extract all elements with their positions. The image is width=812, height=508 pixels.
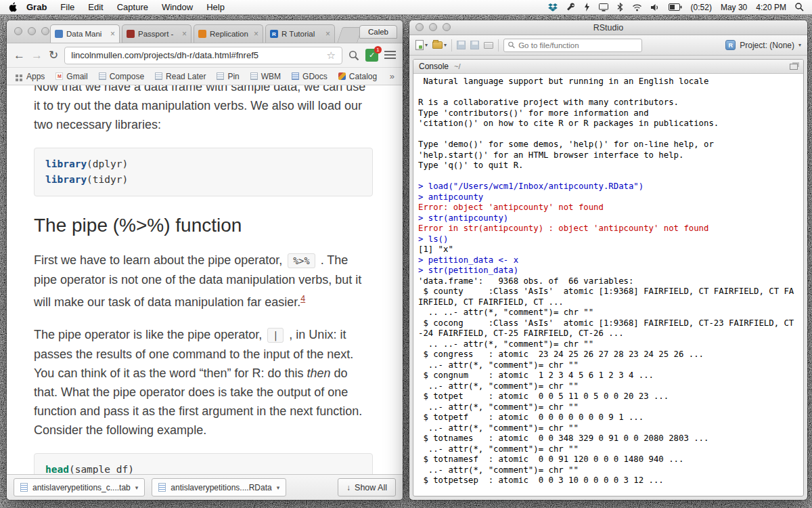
browser-tab[interactable]: R Tutorial × (265, 24, 335, 43)
bookmark-item[interactable]: Gmail (55, 72, 87, 81)
download-items: antislaverypetitions_c....tab ▾ antislav… (14, 478, 286, 496)
apple-menu-icon[interactable] (8, 2, 17, 12)
tab-list: Data Mani × Passport - × Replication × (50, 24, 337, 43)
search-extension-icon[interactable] (348, 50, 359, 61)
menubar-date[interactable]: May 30 (721, 3, 747, 12)
caret-down-icon[interactable]: ▾ (135, 484, 139, 491)
console-working-directory[interactable]: ~/ (454, 62, 460, 70)
console-output[interactable]: Natural language support but running in … (413, 74, 803, 496)
menubar-menu[interactable]: Grab (26, 2, 47, 12)
save-all-button[interactable] (470, 41, 479, 49)
bookmark-item[interactable]: WBM (250, 72, 281, 81)
menubar-menu[interactable]: File (60, 2, 74, 12)
close-button[interactable] (415, 23, 424, 31)
console-line: > antipcounty (418, 192, 798, 203)
browser-tab[interactable]: Replication × (194, 24, 263, 43)
zoom-button[interactable] (443, 23, 451, 31)
console-line: Error: object 'antipcounty' not found (418, 203, 798, 213)
goto-file-input[interactable] (518, 41, 637, 49)
console-line: Type 'demo()' for some demos, 'help()' f… (418, 140, 798, 150)
wrench-icon[interactable] (566, 3, 575, 12)
save-button[interactable] (457, 41, 466, 49)
forward-button[interactable]: → (31, 49, 43, 61)
bookmark-favicon-icon (217, 72, 224, 80)
bookmark-item[interactable]: Read Later (155, 72, 206, 81)
menubar-menu[interactable]: Window (162, 2, 193, 12)
rstudio-window: RStudio ▾ ▾ R Project: (None) ▾ Console … (409, 20, 807, 500)
section-heading: The pipe (%>%) function (34, 214, 373, 237)
blocker-extension-icon[interactable]: ✓ 1 (365, 49, 378, 62)
chrome-tabstrip[interactable]: Data Mani × Passport - × Replication × (7, 20, 403, 43)
rstudio-titlebar[interactable]: RStudio (409, 20, 807, 35)
tab-favicon-icon (55, 30, 63, 38)
volume-icon[interactable] (651, 3, 660, 12)
bookmark-item[interactable]: Catalog (338, 72, 377, 81)
project-menu-button[interactable]: R Project: (None) ▾ (725, 40, 801, 50)
show-all-button[interactable]: ↓ Show All (338, 478, 396, 496)
bolt-icon[interactable] (584, 3, 590, 12)
page-content[interactable]: Now that we have a data frame with sampl… (7, 85, 403, 474)
tab-close-icon[interactable]: × (254, 30, 258, 38)
minimize-button[interactable] (429, 23, 437, 31)
dropbox-icon[interactable] (548, 3, 558, 12)
toolbar-separator (451, 39, 452, 51)
tab-close-icon[interactable]: × (110, 30, 115, 38)
back-button[interactable]: ← (14, 49, 25, 61)
menubar-menu[interactable]: Capture (117, 2, 148, 12)
bookmarks-overflow-icon[interactable]: » (390, 71, 394, 81)
bookmark-item[interactable]: Compose (99, 72, 144, 81)
browser-tab[interactable]: Passport - × (122, 24, 191, 43)
console-line: > petition_data <- x (418, 255, 798, 266)
bookmark-star-icon[interactable]: ☆ (327, 49, 336, 62)
bookmark-item[interactable]: GDocs (292, 72, 328, 81)
reload-button[interactable]: ↻ (49, 49, 58, 61)
bookmark-item[interactable]: Pin (217, 72, 239, 81)
console-pane-header[interactable]: Console ~/ (413, 60, 803, 74)
goto-file-box[interactable] (503, 39, 642, 52)
profile-button[interactable]: Caleb (359, 25, 397, 39)
bookmark-item[interactable]: Apps (15, 72, 45, 81)
pane-maximize-icon[interactable] (790, 64, 798, 70)
close-button[interactable] (14, 27, 22, 35)
console-line: -24 FAIRFIELD, CT-25 FAIRFIELD, CT-26 ..… (418, 329, 798, 339)
download-label: antislaverypetitions_c....tab (32, 483, 131, 492)
download-item[interactable]: antislaverypetitions_c....tab ▾ (14, 478, 145, 496)
toolbar-separator (498, 39, 499, 51)
menubar-status-area: (0:52) May 30 4:20 PM (548, 3, 804, 12)
print-button[interactable] (484, 42, 493, 49)
display-icon[interactable] (599, 3, 608, 12)
zoom-button[interactable] (41, 27, 49, 35)
battery-icon[interactable] (669, 3, 682, 11)
minimize-button[interactable] (28, 27, 36, 35)
downloads-bar: antislaverypetitions_c....tab ▾ antislav… (7, 474, 403, 500)
console-line: ..- attr(*, "comment")= chr "" (418, 402, 798, 413)
text-segment: | (267, 328, 284, 343)
console-line: > load("/Users/wcm1/Inbox/antipcounty.RD… (418, 182, 798, 192)
menubar-menu[interactable]: Help (206, 2, 225, 12)
console-tab-label[interactable]: Console (419, 62, 449, 71)
console-line: Type 'q()' to quit R. (418, 161, 798, 171)
new-file-button[interactable]: ▾ (415, 40, 428, 50)
console-line: $ totnames : atomic 0 0 348 329 0 91 0 0… (418, 433, 798, 444)
url-text[interactable]: lincolnmullen.com/projects/dh-r/data.htm… (71, 50, 322, 60)
menubar-clock[interactable]: 4:20 PM (756, 3, 786, 12)
bookmark-favicon-icon (99, 72, 106, 80)
code-line: library(dplyr) (45, 156, 361, 172)
browser-tab[interactable]: Data Mani × (50, 24, 120, 43)
tab-close-icon[interactable]: × (325, 30, 330, 38)
menu-icon[interactable] (384, 51, 396, 60)
download-item[interactable]: antislaverypetitions....RData ▾ (152, 478, 286, 496)
chrome-window: Data Mani × Passport - × Replication × (7, 20, 403, 500)
wifi-icon[interactable] (632, 3, 642, 12)
menubar-menu[interactable]: Edit (88, 2, 103, 12)
spotlight-icon[interactable] (795, 3, 804, 12)
code-block-libraries: library(dplyr)library(tidyr) (34, 148, 373, 196)
address-bar[interactable]: lincolnmullen.com/projects/dh-r/data.htm… (64, 47, 342, 64)
bookmark-list: Apps Gmail Compose Read Later (15, 72, 377, 81)
open-file-button[interactable]: ▾ (432, 41, 447, 49)
caret-down-icon[interactable]: ▾ (277, 484, 280, 491)
tab-close-icon[interactable]: × (182, 30, 187, 38)
text-segment[interactable]: 4 (300, 294, 305, 303)
bookmark-favicon-icon (16, 75, 18, 77)
bluetooth-icon[interactable] (617, 3, 623, 12)
